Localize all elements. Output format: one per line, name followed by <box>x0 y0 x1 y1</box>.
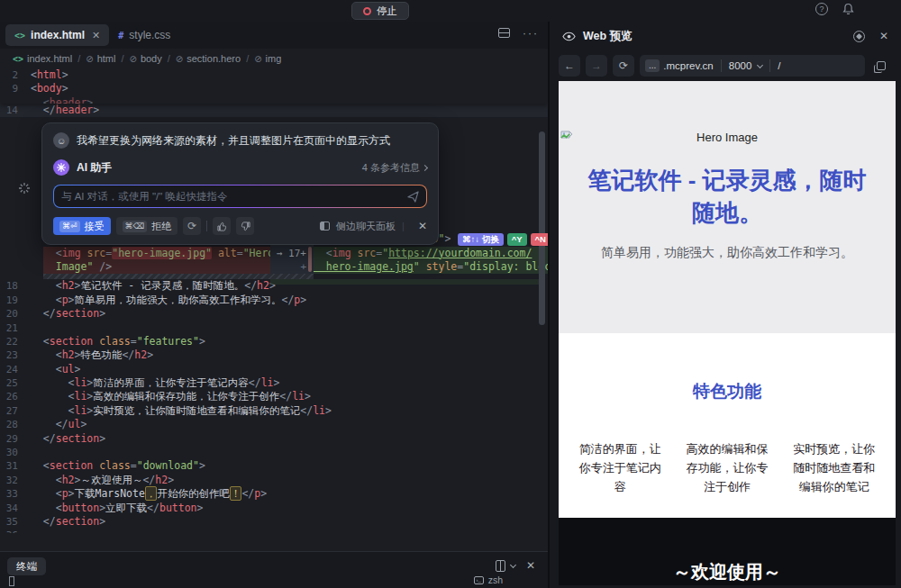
code-line: 36 <box>0 529 548 533</box>
diff-line-number: → 17+ <box>270 247 314 260</box>
hero-subtitle: 简单易用，功能强大，助你高效工作和学习。 <box>559 245 896 261</box>
ide-window: 停止 ? <> index.html ✕ # style.css <box>0 0 901 588</box>
code-line: 28 </ul> <box>0 418 548 431</box>
tab-bar: <> index.html ✕ # style.css ··· <box>0 22 548 49</box>
terminal-tab[interactable]: 终端 <box>7 557 46 575</box>
ai-chat-input[interactable] <box>61 191 407 202</box>
preview-features-section: 特色功能 简洁的界面，让你专注于笔记内容 高效的编辑和保存功能，让你专注于创作 … <box>559 333 896 518</box>
html-file-icon: <> <box>14 31 25 41</box>
code-line: 33 <p>下载MarsNote，开始你的创作吧！</p> <box>0 487 548 501</box>
bell-icon[interactable] <box>842 3 854 15</box>
back-button[interactable]: ← <box>559 55 580 77</box>
feature-item: 实时预览，让你随时随地查看和编辑你的笔记 <box>788 439 879 496</box>
chevron-down-icon <box>757 61 763 68</box>
diff-accept-button[interactable]: ^Y <box>507 233 527 246</box>
shell-icon: ›_ <box>474 576 484 584</box>
element-icon: ⊘ <box>254 54 261 64</box>
split-editor-icon[interactable] <box>498 28 510 38</box>
code-line: 27 <li>实时预览，让你随时随地查看和编辑你的笔记</li> <box>0 404 548 418</box>
element-icon: ⊘ <box>176 54 183 64</box>
split-terminal-icon[interactable] <box>496 560 505 572</box>
code-line: 25 <li>简洁的界面，让你专注于笔记内容</li> <box>0 376 548 390</box>
close-terminal-icon[interactable]: ✕ <box>526 559 535 572</box>
web-preview-panel: Web 预览 ✕ ← → ⟳ ... .mcprev.cn 8000 <box>550 22 901 588</box>
browser-icon[interactable] <box>853 31 865 42</box>
terminal-panel: 终端 ✕ ›_ zsh <box>0 551 548 588</box>
code-editor[interactable]: 2<html>9<body> <header> 14 </header> <se… <box>0 68 548 533</box>
code-line: 35 </section> <box>0 515 548 529</box>
close-tab-icon[interactable]: ✕ <box>92 30 100 41</box>
element-icon: ⊘ <box>86 54 93 64</box>
address-bar[interactable]: ... .mcprev.cn 8000 / <box>640 55 865 77</box>
welcome-heading: ～欢迎使用～ <box>559 518 896 584</box>
chevron-down-icon[interactable] <box>510 561 516 567</box>
side-chat-panel-link[interactable]: 侧边聊天面板 <box>336 220 396 233</box>
reject-shortcut: ⌘⌫ <box>123 221 148 232</box>
vertical-scrollbar[interactable] <box>539 131 545 325</box>
references-link[interactable]: 4 条参考信息 <box>362 161 427 175</box>
forward-button[interactable]: → <box>586 55 607 77</box>
close-preview-icon[interactable]: ✕ <box>879 30 888 42</box>
hero-title: 笔记软件 - 记录灵感，随时随地。 <box>586 164 869 229</box>
diff-toggle-button[interactable]: ⌘↑↓ 切换 <box>458 233 504 246</box>
preview-hero-section: Hero Image 笔记软件 - 记录灵感，随时随地。 简单易用，功能强大，助… <box>559 81 896 333</box>
code-lines: 18 <h2>笔记软件 - 记录灵感，随时随地。</h2>19 <p>简单易用，… <box>0 279 548 533</box>
preview-download-section: ～欢迎使用～ <box>559 518 896 585</box>
top-bar: 停止 ? <box>0 0 901 22</box>
refresh-button[interactable]: ⟳ <box>613 55 634 77</box>
reject-button[interactable]: ⌘⌫ 拒绝 <box>116 217 178 235</box>
code-line: 19 <p>简单易用，功能强大，助你高效工作和学习。</p> <box>0 294 548 307</box>
code-line: 2<html> <box>0 68 548 82</box>
regenerate-icon[interactable]: ⟳ <box>183 217 201 235</box>
breadcrumb-item[interactable]: <> index.html <box>13 53 72 64</box>
ai-assistant-icon <box>53 159 69 176</box>
breadcrumb-item[interactable]: ⊘ body <box>129 53 161 64</box>
breadcrumb: <> index.html / ⊘ html / ⊘ body / ⊘ sect… <box>0 49 548 68</box>
tab-index-html[interactable]: <> index.html ✕ <box>5 24 109 46</box>
code-line: 9<body> <box>0 82 548 95</box>
element-icon: ⊘ <box>129 54 136 64</box>
chevron-right-icon <box>422 164 428 170</box>
user-message: 我希望更换为网络来源的素材，并且调整图片在页面中的显示方式 <box>77 133 390 149</box>
stop-button[interactable]: 停止 <box>351 2 409 20</box>
breadcrumb-item[interactable]: ⊘ section.hero <box>176 53 241 64</box>
accept-button[interactable]: ⌘⏎ 接受 <box>53 217 111 235</box>
hero-image-alt-text: Hero Image <box>559 81 896 144</box>
code-icon: <> <box>13 54 23 64</box>
preview-viewport: Hero Image 笔记软件 - 记录灵感，随时随地。 简单易用，功能强大，助… <box>559 81 896 585</box>
loading-spinner-icon <box>18 182 31 194</box>
close-icon[interactable]: ✕ <box>418 220 427 232</box>
accept-shortcut: ⌘⏎ <box>59 221 80 232</box>
preview-title: Web 预览 <box>583 29 633 44</box>
code-line: 14 </header> <box>0 104 548 117</box>
feature-item: 高效的编辑和保存功能，让你专注于创作 <box>682 439 773 496</box>
broken-image-icon <box>560 131 573 141</box>
send-icon[interactable] <box>407 191 419 203</box>
breadcrumb-item[interactable]: ⊘ img <box>254 53 281 64</box>
port-select[interactable]: 8000 <box>729 60 763 71</box>
stop-label: 停止 <box>377 5 397 18</box>
eye-icon <box>562 32 576 41</box>
help-icon[interactable]: ? <box>815 3 828 15</box>
code-line: 24 <ul> <box>0 363 548 376</box>
sticky-scroll: 2<html>9<body> <header> <box>0 68 548 104</box>
breadcrumb-item[interactable]: ⊘ html <box>86 53 115 64</box>
code-line: 26 <li>高效的编辑和保存功能，让你专注于创作</li> <box>0 390 548 403</box>
url-ellipsis[interactable]: ... <box>645 59 660 72</box>
shell-name[interactable]: zsh <box>488 574 503 585</box>
code-line: 29 </section> <box>0 432 548 446</box>
tab-style-css[interactable]: # style.css <box>109 24 179 46</box>
stop-icon <box>363 7 371 15</box>
more-actions-icon[interactable]: ··· <box>523 30 539 37</box>
diff-scrollbar[interactable] <box>308 247 312 272</box>
diff-line: Image" /> <box>43 260 270 274</box>
open-external-icon[interactable] <box>870 55 892 77</box>
css-file-icon: # <box>118 31 123 41</box>
ai-assistant-name: AI 助手 <box>77 160 112 176</box>
url-path: / <box>778 60 780 71</box>
diff-reject-button[interactable]: ^N <box>531 233 548 246</box>
thumbs-up-icon[interactable] <box>213 217 231 235</box>
thumbs-down-icon[interactable] <box>236 217 254 235</box>
diff-line: <img src="https://yourdomain.com/ <box>314 247 548 260</box>
code-line: 22 <section class="features"> <box>0 335 548 348</box>
